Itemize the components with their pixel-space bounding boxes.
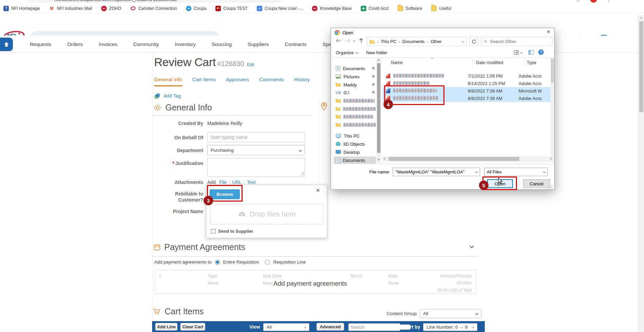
nav-sourcing[interactable]: Sourcing bbox=[212, 41, 232, 47]
bookmark-nfi-homepage[interactable]: NFI Homepage bbox=[3, 6, 40, 11]
sort-select[interactable]: Line Number: 0 → 9 bbox=[423, 323, 477, 331]
tab-cart-items[interactable]: Cart Items bbox=[192, 77, 216, 86]
radio-requisition-line[interactable] bbox=[265, 260, 270, 265]
bookmark-coupa-new-user[interactable]: Coupa New User -... bbox=[257, 6, 303, 11]
scroll-left-icon[interactable] bbox=[384, 158, 386, 160]
on-behalf-of-input[interactable] bbox=[207, 132, 305, 142]
refresh-button[interactable] bbox=[469, 37, 478, 46]
home-tab[interactable] bbox=[0, 38, 13, 51]
help-icon[interactable]: ? bbox=[538, 49, 544, 55]
sidebar-pictures-pinned[interactable]: Pictures bbox=[334, 73, 376, 80]
bookmark-knowledge-base[interactable]: Knowledge Base bbox=[312, 6, 352, 11]
nav-community[interactable]: Community bbox=[133, 41, 159, 47]
sidebar-folder-redacted[interactable] bbox=[334, 121, 376, 128]
dialog-close-icon[interactable]: × bbox=[544, 29, 553, 36]
tab-comments[interactable]: Comments bbox=[259, 77, 284, 86]
cart-search-input[interactable] bbox=[351, 325, 410, 330]
filelist-h-scrollbar[interactable] bbox=[382, 156, 554, 162]
bookmark-useful[interactable]: Useful bbox=[431, 6, 451, 11]
nav-contracts[interactable]: Contracts bbox=[285, 41, 307, 47]
scroll-up-icon[interactable] bbox=[377, 59, 380, 62]
nav-suppliers[interactable]: Suppliers bbox=[248, 41, 269, 47]
send-to-supplier-checkbox[interactable] bbox=[211, 229, 215, 233]
drop-files-zone[interactable]: Drop files here bbox=[210, 204, 323, 225]
nav-requests[interactable]: Requests bbox=[30, 41, 51, 47]
sidebar-documents-selected[interactable]: Documents bbox=[334, 157, 376, 164]
clear-cart-button[interactable]: Clear Cart bbox=[180, 323, 205, 331]
column-divider[interactable] bbox=[524, 59, 524, 65]
browser-profile-avatar[interactable] bbox=[590, 0, 597, 3]
sidebar-folder-redacted[interactable] bbox=[334, 105, 376, 112]
crumb-documents[interactable]: Documents bbox=[402, 39, 425, 44]
forward-icon[interactable] bbox=[345, 38, 351, 43]
column-name[interactable]: Name bbox=[391, 60, 403, 65]
attach-text-link[interactable]: Text bbox=[247, 180, 256, 185]
history-chevron-icon[interactable] bbox=[353, 39, 355, 42]
crumb-this-pc[interactable]: This PC bbox=[381, 39, 396, 44]
column-date-modified[interactable]: Date modified bbox=[476, 60, 503, 65]
chevron-down-icon[interactable] bbox=[462, 40, 464, 43]
preview-pane-icon[interactable] bbox=[528, 50, 534, 55]
tab-approvers[interactable]: Approvers bbox=[226, 77, 249, 86]
column-divider[interactable] bbox=[473, 59, 473, 65]
bookmark-nfi-mail[interactable]: NFI Industries Mail bbox=[49, 6, 92, 11]
file-row[interactable]: 7/1/2022 1:09 PM Adobe Acrobat D bbox=[382, 72, 550, 80]
view-select[interactable]: All bbox=[263, 323, 309, 331]
scroll-up-icon[interactable] bbox=[640, 17, 642, 20]
sidebar-scrollbar[interactable] bbox=[376, 58, 381, 163]
radio-entire-requisition[interactable] bbox=[215, 260, 220, 265]
crumb-other[interactable]: Other bbox=[431, 39, 442, 44]
bookmark-software[interactable]: Software bbox=[398, 6, 422, 11]
sidebar-g-drive-pinned[interactable]: ? G:\ bbox=[334, 89, 376, 96]
bookmark-covid-acct[interactable]: Covid Acct bbox=[361, 6, 389, 11]
bookmark-camden[interactable]: Camden Connection bbox=[130, 6, 177, 11]
browser-menu-icon[interactable]: ⋮ bbox=[606, 0, 612, 3]
attach-file-link[interactable]: File bbox=[219, 180, 227, 185]
file-name-combo[interactable]: "WasteMgmtLOA" "WasteMgmtLOA" bbox=[393, 168, 480, 176]
tab-history[interactable]: History bbox=[294, 77, 310, 86]
sidebar-folder-redacted[interactable] bbox=[334, 97, 376, 104]
sidebar-documents-pinned[interactable]: Documents bbox=[334, 65, 376, 72]
resize-grip-icon[interactable] bbox=[549, 185, 553, 189]
add-line-button[interactable]: Add Line bbox=[155, 323, 178, 331]
view-mode-icon[interactable] bbox=[514, 50, 519, 55]
add-payment-agreements-link[interactable]: Add payment agreements bbox=[272, 280, 348, 287]
dialog-search-input[interactable] bbox=[490, 39, 549, 44]
tab-general-info[interactable]: General Info bbox=[154, 77, 182, 86]
attach-url-link[interactable]: URL bbox=[232, 180, 242, 185]
scroll-right-icon[interactable] bbox=[549, 158, 552, 160]
bookmark-coupa[interactable]: Coupa bbox=[186, 6, 206, 11]
radio-entire-label[interactable]: Entire Requisition bbox=[223, 260, 259, 265]
sidebar-this-pc[interactable]: This PC bbox=[334, 132, 376, 140]
page-scrollbar[interactable] bbox=[638, 15, 644, 332]
resize-grip-icon[interactable] bbox=[301, 172, 304, 175]
file-type-select[interactable]: All Files bbox=[484, 168, 548, 176]
content-group-select[interactable]: All bbox=[420, 309, 481, 318]
new-folder-button[interactable]: New folder bbox=[366, 50, 387, 55]
add-tag-button[interactable]: Add Tag bbox=[154, 93, 181, 99]
bookmark-star-icon[interactable]: ☆ bbox=[576, 0, 581, 3]
cancel-button[interactable]: Cancel bbox=[523, 179, 550, 188]
organize-menu[interactable]: Organize bbox=[336, 50, 358, 55]
close-icon[interactable]: × bbox=[316, 187, 320, 194]
up-icon[interactable] bbox=[359, 38, 363, 43]
justification-textarea[interactable] bbox=[207, 158, 305, 177]
column-type[interactable]: Type bbox=[527, 60, 536, 65]
scrollbar-thumb[interactable] bbox=[389, 157, 519, 161]
bookmark-zoho[interactable]: ZOHO bbox=[101, 6, 121, 11]
sidebar-folder-redacted[interactable] bbox=[334, 113, 376, 120]
scrollbar-thumb[interactable] bbox=[377, 63, 380, 153]
scrollbar-thumb[interactable] bbox=[639, 21, 643, 112]
back-icon[interactable] bbox=[336, 38, 342, 43]
sidebar-maddy-pinned[interactable]: Maddy bbox=[334, 81, 376, 88]
scrollbar-thumb[interactable] bbox=[551, 59, 554, 82]
chevron-down-icon[interactable] bbox=[520, 51, 523, 54]
address-breadcrumb[interactable]: › This PC › Documents › Other bbox=[367, 37, 466, 46]
filelist-scrollbar[interactable] bbox=[550, 58, 554, 156]
radio-line-label[interactable]: Requisition Line bbox=[273, 260, 306, 265]
bookmark-coupa-test[interactable]: Coupa TEST bbox=[215, 6, 248, 11]
advanced-button[interactable]: Advanced bbox=[316, 323, 344, 331]
department-select[interactable]: Purchasing bbox=[207, 145, 305, 155]
edit-link[interactable]: Edit bbox=[247, 62, 254, 67]
nav-orders[interactable]: Orders bbox=[67, 41, 83, 47]
